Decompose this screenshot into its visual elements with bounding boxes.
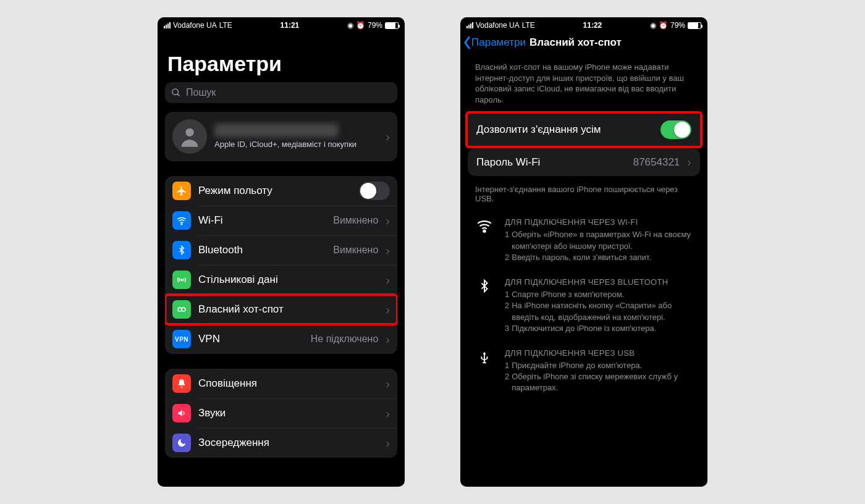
row-bluetooth[interactable]: Bluetooth Вимкнено ›	[165, 235, 397, 265]
instr-step: Приєднайте iPhone до комп'ютера.	[512, 360, 642, 371]
chevron-left-icon	[463, 36, 471, 49]
network-label: LTE	[522, 21, 535, 30]
instr-heading: ДЛЯ ПІДКЛЮЧЕННЯ ЧЕРЕЗ USB	[505, 348, 693, 359]
svg-point-3	[181, 224, 182, 225]
chevron-right-icon: ›	[386, 436, 390, 450]
carrier-label: Vodafone UA	[476, 21, 520, 30]
instr-step: На iPhone натисніть кнопку «Спарити» або…	[512, 300, 693, 322]
row-vpn[interactable]: VPN VPN Не підключено ›	[165, 324, 397, 354]
svg-point-6	[182, 308, 185, 311]
row-label: Режим польоту	[198, 185, 352, 197]
svg-line-1	[177, 94, 179, 96]
instr-step: Оберіть iPhone зі списку мережевих служб…	[512, 371, 693, 393]
profile-name-redacted	[214, 124, 338, 137]
chevron-right-icon: ›	[386, 130, 390, 144]
phone-settings-root: Vodafone UA LTE 11:21 ◉ ⏰ 79% Параметри …	[158, 17, 405, 487]
allow-toggle[interactable]	[660, 120, 691, 139]
nav-bar: Параметри Власний хот-спот	[460, 31, 707, 53]
hotspot-description: Власний хот-спот на вашому iPhone може н…	[460, 53, 707, 111]
instr-step: Спарте iPhone з комп'ютером.	[512, 289, 624, 300]
instr-heading: ДЛЯ ПІДКЛЮЧЕННЯ ЧЕРЕЗ WI-FI	[505, 217, 693, 228]
bluetooth-icon	[172, 241, 191, 259]
status-bar: Vodafone UA LTE 11:22 ◉ ⏰ 79%	[460, 17, 707, 31]
chevron-right-icon: ›	[386, 332, 390, 346]
carrier-label: Vodafone UA	[173, 21, 217, 30]
row-label: Wi-Fi	[198, 214, 326, 227]
location-icon: ◉	[347, 21, 353, 30]
signal-icon	[466, 22, 473, 28]
row-label: Стільникові дані	[198, 274, 378, 286]
row-label: Сповіщення	[198, 377, 378, 390]
chevron-right-icon: ›	[386, 214, 390, 228]
clock-label: 11:22	[583, 21, 602, 30]
profile-card[interactable]: Apple ID, iCloud+, медіавміст і покупки …	[165, 112, 397, 161]
row-wifi-password[interactable]: Пароль Wi-Fi 87654321 ›	[468, 148, 700, 176]
row-value: Вимкнено	[333, 245, 378, 256]
wifi-password-group: Пароль Wi-Fi 87654321 ›	[468, 148, 700, 176]
connection-instructions: ДЛЯ ПІДКЛЮЧЕННЯ ЧЕРЕЗ WI-FI 1Оберіть «iP…	[460, 203, 707, 400]
wifi-password-value: 87654321	[633, 156, 680, 169]
signal-icon	[164, 22, 171, 28]
instr-bluetooth: ДЛЯ ПІДКЛЮЧЕННЯ ЧЕРЕЗ BLUETOOTH 1Спарте …	[475, 269, 693, 340]
instr-usb: ДЛЯ ПІДКЛЮЧЕННЯ ЧЕРЕЗ USB 1Приєднайте iP…	[475, 340, 693, 400]
search-icon	[171, 88, 181, 98]
allow-toggle-highlight: Дозволити з'єднання усім	[465, 111, 703, 148]
row-allow-others[interactable]: Дозволити з'єднання усім	[468, 114, 700, 146]
page-title: Параметри	[158, 31, 405, 82]
chevron-right-icon: ›	[386, 406, 390, 421]
svg-point-0	[172, 89, 178, 94]
chevron-right-icon: ›	[687, 155, 691, 169]
search-placeholder: Пошук	[186, 87, 216, 98]
sound-notif-group: Сповіщення › Звуки › Зосередження ›	[165, 369, 397, 458]
row-cellular[interactable]: Стільникові дані ›	[165, 265, 397, 295]
focus-icon	[172, 434, 191, 452]
location-icon: ◉	[650, 21, 656, 30]
sounds-icon	[172, 404, 191, 422]
vpn-icon: VPN	[172, 330, 191, 348]
clock-label: 11:21	[281, 21, 300, 30]
battery-icon	[385, 22, 399, 29]
usb-sharing-note: Інтернет-з'єднання вашого iPhone поширює…	[460, 180, 707, 203]
wifi-icon	[172, 211, 191, 230]
instr-heading: ДЛЯ ПІДКЛЮЧЕННЯ ЧЕРЕЗ BLUETOOTH	[505, 277, 693, 288]
svg-point-2	[185, 128, 193, 136]
battery-percent: 79%	[670, 21, 685, 30]
chevron-right-icon: ›	[386, 377, 390, 391]
search-input[interactable]: Пошук	[165, 82, 397, 103]
row-label: Звуки	[198, 407, 378, 419]
back-button[interactable]: Параметри	[463, 36, 526, 49]
row-label: Зосередження	[198, 437, 378, 449]
row-notifications[interactable]: Сповіщення ›	[165, 369, 397, 398]
nav-title: Власний хот-спот	[530, 36, 622, 49]
cellular-icon	[172, 271, 191, 289]
back-label: Параметри	[471, 36, 526, 49]
network-label: LTE	[219, 21, 232, 30]
row-airplane-mode[interactable]: Режим польоту	[165, 176, 397, 206]
hotspot-icon	[172, 300, 191, 319]
row-sounds[interactable]: Звуки ›	[165, 398, 397, 428]
bluetooth-icon	[475, 277, 494, 334]
airplane-icon	[172, 182, 191, 200]
status-bar: Vodafone UA LTE 11:21 ◉ ⏰ 79%	[158, 17, 405, 31]
instr-step: Оберіть «iPhone» в параметрах Wi-Fi на с…	[512, 229, 693, 251]
instr-wifi: ДЛЯ ПІДКЛЮЧЕННЯ ЧЕРЕЗ WI-FI 1Оберіть «iP…	[475, 209, 693, 269]
usb-icon	[475, 348, 494, 394]
row-label: Пароль Wi-Fi	[476, 156, 626, 169]
wifi-icon	[475, 217, 494, 263]
row-personal-hotspot[interactable]: Власний хот-спот ›	[165, 295, 397, 324]
alarm-icon: ⏰	[356, 21, 365, 30]
svg-point-4	[181, 279, 182, 280]
chevron-right-icon: ›	[386, 303, 390, 317]
alarm-icon: ⏰	[659, 21, 668, 30]
svg-point-7	[483, 230, 485, 232]
instr-step: Введіть пароль, коли з'явиться запит.	[512, 252, 651, 263]
battery-icon	[688, 22, 701, 29]
chevron-right-icon: ›	[386, 243, 390, 258]
row-value: Вимкнено	[333, 215, 378, 226]
row-label: Bluetooth	[198, 244, 326, 256]
row-label: Власний хот-спот	[198, 303, 378, 316]
row-focus[interactable]: Зосередження ›	[165, 428, 397, 458]
row-wifi[interactable]: Wi-Fi Вимкнено ›	[165, 206, 397, 235]
row-label: VPN	[198, 333, 303, 345]
airplane-toggle[interactable]	[359, 182, 390, 200]
